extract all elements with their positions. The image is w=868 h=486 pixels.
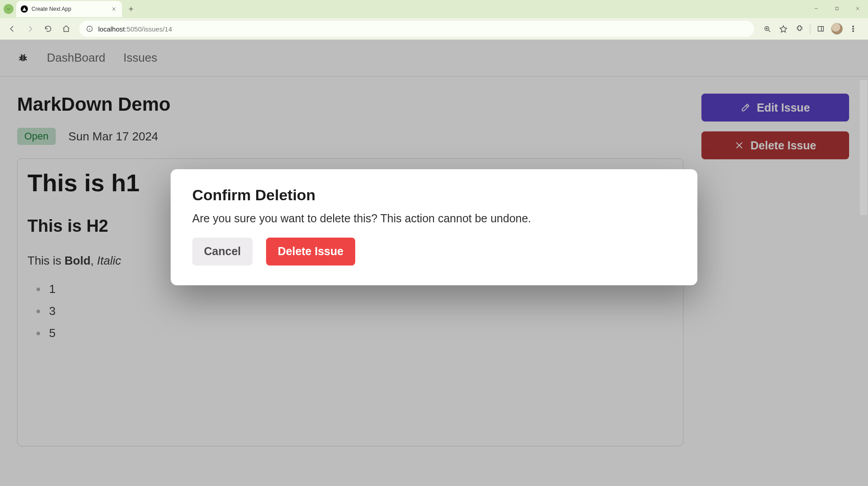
svg-line-13 (769, 30, 770, 32)
bug-logo-icon[interactable] (17, 51, 29, 65)
toolbar-right (760, 21, 863, 36)
svg-line-26 (19, 59, 21, 60)
issue-actions: Edit Issue Delete Issue (701, 94, 849, 159)
nav-dashboard-link[interactable]: DashBoard (47, 51, 105, 65)
extensions-icon[interactable] (792, 21, 807, 36)
md-italic: Italic (97, 254, 121, 267)
list-item: 3 (36, 304, 673, 318)
scrollbar-thumb[interactable] (860, 80, 867, 215)
window-minimize-button[interactable] (806, 0, 827, 17)
issue-date: Sun Mar 17 2024 (68, 130, 158, 144)
app-header: DashBoard Issues (0, 40, 868, 76)
svg-line-24 (19, 57, 21, 58)
tab-favicon (21, 5, 28, 13)
modal-title: Confirm Deletion (192, 186, 676, 204)
svg-rect-6 (836, 7, 838, 10)
modal-actions: Cancel Delete Issue (192, 238, 676, 266)
window-controls (806, 0, 868, 17)
browser-chrome: Create Next App localhost:5050/issues/14 (0, 0, 868, 40)
md-text: This is (27, 254, 64, 267)
address-row: localhost:5050/issues/14 (0, 18, 868, 40)
edit-button-label: Edit Issue (757, 101, 810, 114)
nav-back-button[interactable] (5, 21, 20, 36)
svg-point-21 (853, 31, 854, 32)
issue-meta: Open Sun Mar 17 2024 (17, 128, 683, 145)
kebab-menu-icon[interactable] (845, 21, 861, 36)
confirm-delete-modal: Confirm Deletion Are you sure you want t… (171, 169, 697, 285)
nav-reload-button[interactable] (41, 21, 56, 36)
md-list: 1 3 5 (27, 282, 673, 340)
nav-home-button[interactable] (59, 21, 74, 36)
app-page: DashBoard Issues MarkDown Demo Open Sun … (0, 40, 868, 486)
zoom-icon[interactable] (760, 21, 775, 36)
list-item: 5 (36, 326, 673, 340)
modal-text: Are you sure you want to delete this? Th… (192, 212, 676, 225)
new-tab-button[interactable] (125, 3, 137, 15)
side-panel-icon[interactable] (813, 21, 828, 36)
svg-line-27 (25, 59, 27, 60)
confirm-delete-button[interactable]: Delete Issue (266, 238, 355, 266)
bookmark-star-icon[interactable] (776, 21, 791, 36)
browser-tab-active[interactable]: Create Next App (16, 1, 122, 17)
svg-rect-17 (818, 27, 823, 32)
page-scrollbar[interactable] (860, 80, 867, 483)
window-maximize-button[interactable] (827, 0, 847, 17)
delete-issue-button[interactable]: Delete Issue (701, 131, 849, 159)
svg-line-28 (21, 54, 22, 55)
cancel-button[interactable]: Cancel (192, 238, 253, 266)
address-bar[interactable]: localhost:5050/issues/14 (79, 21, 754, 37)
tab-strip: Create Next App (0, 0, 868, 18)
window-close-button[interactable] (847, 0, 868, 17)
svg-marker-0 (23, 7, 26, 11)
tab-title: Create Next App (32, 6, 107, 12)
tab-close-icon[interactable] (110, 5, 118, 13)
md-sep: , (90, 254, 97, 267)
nav-forward-button[interactable] (23, 21, 38, 36)
issue-title: MarkDown Demo (17, 94, 683, 115)
md-bold: Bold (64, 254, 90, 267)
status-badge: Open (17, 128, 56, 145)
edit-issue-button[interactable]: Edit Issue (701, 94, 849, 122)
edit-icon (741, 103, 750, 112)
url-text: localhost:5050/issues/14 (98, 25, 172, 33)
close-icon (734, 140, 744, 150)
svg-point-19 (853, 26, 854, 27)
svg-marker-16 (780, 26, 787, 32)
delete-button-label: Delete Issue (750, 139, 816, 152)
profile-avatar[interactable] (829, 21, 845, 36)
tab-search-button[interactable] (4, 4, 14, 14)
nav-issues-link[interactable]: Issues (123, 51, 157, 65)
toolbar-divider (810, 24, 810, 34)
site-info-icon[interactable] (86, 25, 94, 33)
svg-line-29 (24, 54, 25, 55)
svg-point-20 (853, 28, 854, 29)
svg-line-25 (25, 57, 27, 58)
